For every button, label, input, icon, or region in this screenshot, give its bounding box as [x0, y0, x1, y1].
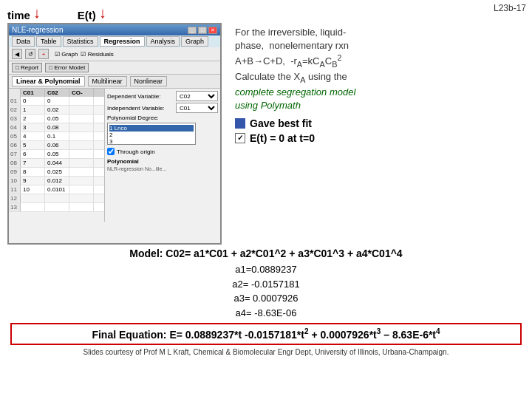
- minimize-button[interactable]: _: [188, 27, 197, 34]
- info-box: For the irreversible, liquid- phase, non…: [235, 26, 519, 113]
- degree-1-lnco[interactable]: 1 Lnco: [109, 125, 194, 132]
- info-line2: phase, nonelementary rxn: [235, 39, 519, 52]
- table-row: 0430.08: [9, 123, 104, 132]
- gave-best-fit-label: Gave best fit: [250, 117, 312, 129]
- polynomial-degree-row: Polynomial Degree:: [107, 115, 218, 121]
- final-equation-text: E= 0.0889237*t -0.0157181*t2 + 0.0007926…: [169, 329, 440, 341]
- independent-var-select[interactable]: C01: [176, 103, 218, 113]
- row-num-header: [9, 89, 21, 97]
- toolbar-back[interactable]: ◀: [12, 49, 22, 59]
- data-table-body: 0100 0210.02 0320.05 0430.08 0540.1 0650…: [9, 97, 104, 215]
- col-c01-header: C01: [21, 89, 45, 97]
- table-row: 11100.0101: [9, 185, 104, 194]
- regression-panel: Dependent Variable: C02 Independent Vari…: [105, 89, 220, 222]
- table-row: 0870.044: [9, 159, 104, 168]
- tab-table[interactable]: Table: [36, 36, 61, 47]
- through-origin-label: Through origin: [117, 149, 155, 155]
- polynomial-note: NLR-regression No...ille...: [107, 166, 218, 171]
- nav-tabs: Data Table Statistics Regression Analysi…: [9, 35, 220, 47]
- footer: Slides courtesy of Prof M L Kraft, Chemi…: [10, 348, 522, 356]
- method-tabs: Linear & Polynomial Multilinear Nonlinea…: [9, 75, 220, 89]
- info-line3: Calculate the XA using the: [235, 70, 519, 86]
- table-row: 0980.025: [9, 168, 104, 177]
- right-panel: For the irreversible, liquid- phase, non…: [229, 23, 525, 245]
- tab-regression[interactable]: Regression: [100, 36, 145, 47]
- tab-statistics[interactable]: Statistics: [63, 36, 98, 47]
- table-row: 0760.05: [9, 150, 104, 159]
- toolbar: ◀ ↺ + ☑ Graph ☑ Residuals: [9, 47, 220, 61]
- polymath-window: NLE-regression _ □ ✕ Data Table Statisti…: [7, 23, 222, 245]
- degree-2[interactable]: 2: [109, 132, 194, 138]
- toolbar-residuals-check: ☑ Residuals: [81, 51, 113, 58]
- toolbar2: □ Report □ Error Model: [9, 61, 220, 75]
- independent-var-row: Independent Variable: C01: [107, 103, 218, 113]
- bottom-section: Model: C02= a1*C01 + a2*C01^2 + a3*C01^3…: [0, 245, 532, 358]
- window-titlebar: NLE-regression _ □ ✕: [9, 24, 220, 35]
- data-area: C01 C02 CO- 0100 0210.02 0320.05 0430.08…: [9, 89, 220, 222]
- tab-analysis[interactable]: Analysis: [146, 36, 180, 47]
- coeff-a2: a2= -0.0157181: [10, 277, 522, 292]
- et-label: E(t): [78, 9, 96, 21]
- dependent-var-row: Dependent Variable: C02: [107, 91, 218, 101]
- table-row: 1090.012: [9, 177, 104, 185]
- through-origin-row-right: ✓ E(t) = 0 at t=0: [235, 132, 519, 144]
- coeff-a1: a1=0.0889237: [10, 262, 522, 277]
- info-line5: using Polymath: [235, 99, 519, 112]
- et-arrow: ↓: [99, 4, 106, 21]
- table-row: 0320.05: [9, 115, 104, 123]
- coeff-a4: a4= -8.63E-06: [10, 306, 522, 321]
- window-title: NLE-regression: [12, 26, 63, 34]
- coeff-a3: a3= 0.0007926: [10, 291, 522, 306]
- tab-graph[interactable]: Graph: [181, 36, 208, 47]
- degree-3[interactable]: 3: [109, 138, 194, 145]
- gave-best-fit-row: Gave best fit: [235, 117, 519, 129]
- polynomial-degree-box[interactable]: 1 Lnco 2 3: [107, 123, 196, 145]
- info-rxn: A+B→C+D, -rA=kCACB2: [235, 52, 519, 70]
- through-origin-checkbox-right[interactable]: ✓: [235, 133, 245, 143]
- time-label: time: [7, 9, 30, 21]
- independent-var-label: Independent Variable:: [107, 105, 174, 112]
- table-row: 0210.02: [9, 106, 104, 115]
- table-row: 13: [9, 203, 104, 212]
- close-button[interactable]: ✕: [208, 27, 217, 34]
- info-line1: For the irreversible, liquid-: [235, 26, 519, 39]
- through-origin-checkbox[interactable]: [107, 148, 115, 155]
- final-equation-box: Final Equation: E= 0.0889237*t -0.015718…: [10, 323, 522, 345]
- slide-number: L23b-17: [494, 3, 526, 13]
- error-model-button[interactable]: □ Error Model: [45, 63, 89, 72]
- table-row: 0650.06: [9, 141, 104, 150]
- table-row: 12: [9, 194, 104, 203]
- model-equation: Model: C02= a1*C01 + a2*C01^2 + a3*C01^3…: [10, 248, 522, 259]
- through-origin-row: Through origin: [107, 148, 218, 155]
- report-button[interactable]: □ Report: [12, 63, 42, 72]
- time-arrow: ↓: [33, 4, 41, 21]
- table-row: 0540.1: [9, 132, 104, 141]
- info-line4: complete segregation model: [235, 86, 519, 99]
- multilinear-tab[interactable]: Multilinear: [88, 76, 127, 86]
- col-c02-header: C02: [45, 89, 69, 97]
- best-fit-checkbox[interactable]: [235, 118, 245, 129]
- toolbar-refresh[interactable]: ↺: [25, 49, 35, 59]
- col-co-header: CO-: [69, 89, 94, 97]
- dependent-var-label: Dependent Variable:: [107, 93, 174, 100]
- through-origin-label-right: E(t) = 0 at t=0: [250, 132, 315, 144]
- polynomial-label: Polynomial: [107, 158, 218, 165]
- maximize-button[interactable]: □: [198, 27, 207, 34]
- dependent-var-select[interactable]: C02: [176, 91, 218, 101]
- nonlinear-tab[interactable]: Nonlinear: [130, 76, 168, 86]
- polynomial-degree-label: Polynomial Degree:: [107, 115, 174, 121]
- tab-data[interactable]: Data: [12, 36, 35, 47]
- table-row: 0100: [9, 97, 104, 106]
- toolbar-graph-check: ☑ Graph: [55, 51, 78, 58]
- final-equation-label: Final Equation:: [92, 329, 166, 341]
- linear-poly-tab[interactable]: Linear & Polynomial: [12, 76, 85, 86]
- coefficients: a1=0.0889237 a2= -0.0157181 a3= 0.000792…: [10, 262, 522, 320]
- toolbar-add[interactable]: +: [38, 49, 49, 59]
- data-table: C01 C02 CO- 0100 0210.02 0320.05 0430.08…: [9, 89, 105, 222]
